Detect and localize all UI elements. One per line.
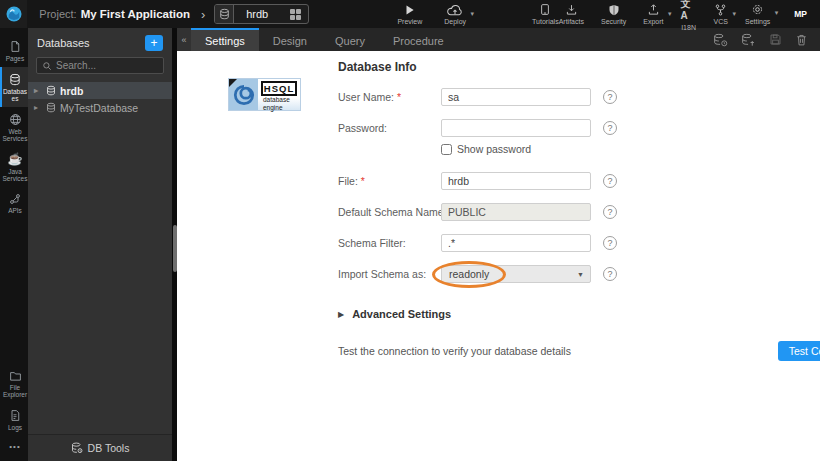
cloud-upload-icon [446, 4, 464, 16]
file-input[interactable] [441, 172, 591, 190]
settings-content: HSQL database engine Database Info User … [177, 51, 820, 461]
sidebar-item-web-services[interactable]: Web Services [0, 107, 28, 147]
artifacts-button[interactable]: Artifacts [559, 4, 584, 25]
save-icon[interactable] [769, 33, 782, 46]
gear-icon [751, 3, 764, 16]
advanced-settings-toggle[interactable]: ▶ Advanced Settings [338, 308, 798, 320]
default-schema-input [441, 203, 591, 221]
security-button[interactable]: Security [601, 4, 626, 25]
required-asterisk: * [397, 91, 401, 103]
settings-button[interactable]: Settings ▾ [745, 3, 770, 25]
hsql-logo-sub1: database [261, 97, 297, 104]
hsql-logo-sub2: engine [261, 105, 297, 112]
sidebar-item-logs[interactable]: Logs [0, 403, 28, 436]
topbar: Project: My First Application › hrdb Pre… [0, 0, 820, 28]
database-icon [9, 73, 21, 86]
schema-filter-input[interactable] [441, 234, 591, 252]
test-connection-button[interactable]: Test Connection [778, 341, 820, 361]
file-row: File:* ? [338, 172, 798, 190]
play-icon [403, 4, 416, 16]
help-icon[interactable]: ? [603, 205, 617, 219]
tab-query[interactable]: Query [321, 28, 379, 51]
i18n-icon: 文A [681, 0, 697, 22]
db-tools-icon [71, 442, 83, 454]
database-icon [215, 4, 234, 24]
project-name: My First Application [81, 8, 190, 20]
selected-option: readonly [442, 268, 577, 280]
folder-icon [9, 370, 22, 382]
download-icon [565, 4, 578, 16]
tab-design[interactable]: Design [259, 28, 321, 51]
tree-item-mytestdatabase[interactable]: ▸ MyTestDatabase [28, 99, 172, 116]
password-label: Password: [338, 122, 441, 134]
delete-database-icon[interactable] [795, 33, 808, 47]
branch-icon [714, 4, 727, 16]
tutorials-button[interactable]: Tutorials [532, 3, 559, 25]
grid-icon[interactable] [290, 9, 301, 20]
chevron-right-icon[interactable]: › [201, 7, 205, 22]
expand-caret-icon: ▶ [338, 310, 344, 319]
default-schema-label: Default Schema Name:* [338, 206, 441, 218]
preview-button[interactable]: Preview [397, 4, 422, 25]
active-artifact-underline [190, 28, 255, 31]
reimport-database-icon[interactable] [713, 33, 728, 47]
help-icon[interactable]: ? [603, 121, 617, 135]
scrollbar-thumb[interactable] [173, 225, 177, 272]
tree-caret-icon[interactable]: ▸ [34, 103, 44, 112]
vcs-button[interactable]: VCS ▾ [714, 4, 728, 25]
db-action-icons [713, 28, 820, 51]
password-input[interactable] [441, 119, 591, 137]
username-input[interactable] [441, 88, 591, 106]
content-scrollbar[interactable] [172, 28, 177, 461]
required-asterisk: * [361, 175, 365, 187]
project-label: Project: [39, 8, 76, 20]
wavemaker-logo-icon[interactable] [0, 0, 27, 28]
file-label: File:* [338, 175, 441, 187]
help-icon[interactable]: ? [603, 174, 617, 188]
tree-caret-icon[interactable]: ▸ [34, 86, 44, 95]
sidebar-item-apis[interactable]: APIs [0, 187, 28, 219]
database-info-form: Database Info User Name:* ? Password: ? … [338, 60, 798, 361]
database-search[interactable] [36, 57, 164, 74]
project-breadcrumb: Project: My First Application [39, 8, 190, 20]
search-input[interactable] [56, 60, 158, 71]
help-icon[interactable]: ? [603, 236, 617, 250]
help-icon[interactable]: ? [603, 267, 617, 281]
globe-icon [9, 113, 22, 126]
user-avatar[interactable]: MP [791, 4, 810, 24]
more-options-button[interactable]: ••• [0, 436, 28, 461]
shield-icon [608, 4, 620, 16]
log-file-icon [9, 409, 21, 422]
test-connection-hint: Test the connection to verify your datab… [338, 345, 571, 357]
db-tools-label: DB Tools [88, 442, 130, 454]
hsql-logo-name: HSQL [261, 81, 297, 96]
show-password-checkbox[interactable] [441, 144, 452, 155]
export-button[interactable]: Export ▾ [643, 4, 663, 25]
sidebar-item-file-explorer[interactable]: File Explorer [0, 364, 28, 403]
deploy-button[interactable]: Deploy ▾ [444, 4, 466, 25]
tree-item-hrdb[interactable]: ▸ hrdb [28, 82, 172, 99]
hsql-swirl-icon [229, 79, 258, 110]
tab-procedure[interactable]: Procedure [379, 28, 458, 51]
tab-settings[interactable]: Settings [191, 28, 259, 51]
section-title: Database Info [338, 60, 798, 74]
tree-item-label: hrdb [60, 85, 83, 97]
add-database-button[interactable]: + [145, 35, 163, 51]
i18n-button[interactable]: 文A I18N [681, 0, 697, 31]
ellipsis-icon: ••• [9, 442, 20, 451]
import-schema-select[interactable]: readonly ▼ [441, 265, 591, 283]
export-database-icon[interactable] [741, 33, 756, 47]
rail-spacer [0, 219, 28, 364]
sidebar-item-databases[interactable]: Databases [0, 67, 28, 107]
password-row: Password: ? [338, 119, 798, 137]
open-artifact-tab-hrdb[interactable]: hrdb [214, 4, 309, 24]
topbar-right-actions: Artifacts Security Export ▾ 文A I18N VCS … [559, 0, 820, 31]
db-tools-button[interactable]: DB Tools [28, 434, 172, 461]
api-nodes-icon [9, 193, 21, 205]
sidebar-item-pages[interactable]: Pages [0, 34, 28, 67]
collapse-panel-button[interactable]: « [177, 28, 191, 51]
sidebar-item-java-services[interactable]: ☕ Java Services [0, 147, 28, 187]
panel-title: Databases [37, 37, 90, 49]
app-window: Project: My First Application › hrdb Pre… [0, 0, 820, 461]
help-icon[interactable]: ? [603, 90, 617, 104]
